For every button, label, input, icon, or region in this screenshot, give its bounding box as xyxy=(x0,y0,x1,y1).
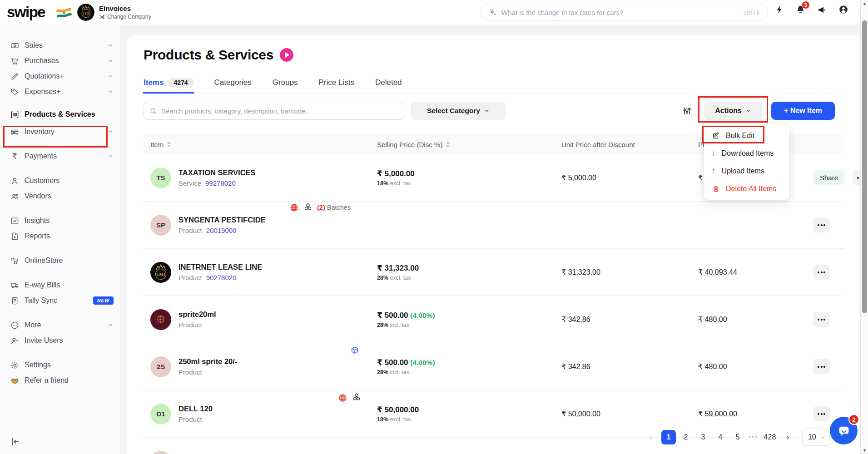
item-name: 250ml sprite 20/- xyxy=(179,357,237,366)
company-name: EInvoices xyxy=(99,5,151,12)
chevron-down-icon xyxy=(107,153,114,159)
sidebar-item-insights[interactable]: Insights xyxy=(0,213,120,228)
price-cell: ₹ 59,000.00 xyxy=(698,410,813,418)
avatar: TS xyxy=(150,168,171,188)
sidebar-item-purchases[interactable]: Purchases xyxy=(0,53,120,69)
sidebar-item-onlinestore[interactable]: OnlineStore xyxy=(0,253,120,268)
handshake-icon xyxy=(10,376,19,385)
change-company-button[interactable]: Change Company xyxy=(99,14,151,20)
new-item-button[interactable]: + New Item xyxy=(771,102,835,120)
sidebar-item-customers[interactable]: Customers xyxy=(0,173,120,188)
page-size-select[interactable]: 10 xyxy=(802,429,831,446)
unit-price-cell: ₹ 5,000.00 xyxy=(561,173,698,182)
unit-price-cell: ₹ 50,000.00 xyxy=(561,410,698,418)
row-menu-button[interactable] xyxy=(853,170,860,185)
more-icon xyxy=(10,321,19,330)
menu-item-download-items[interactable]: ↓Download Items xyxy=(704,144,789,162)
item-code[interactable]: 99278020 xyxy=(205,179,236,187)
scrollbar-thumb[interactable] xyxy=(862,20,867,313)
sidebar-item-refer-a-friend[interactable]: Refer a friend xyxy=(0,373,120,388)
report-icon xyxy=(10,232,19,241)
sidebar-item-tally-sync[interactable]: Tally SyncNEW xyxy=(0,293,120,308)
item-cell xyxy=(144,451,377,454)
sidebar-item-label: Vendors xyxy=(25,192,114,200)
table-row[interactable]: (2) BatchesSPSYNGENTA PESTIFCIDE Product… xyxy=(144,202,844,249)
item-code[interactable]: 20019000 xyxy=(206,227,237,234)
menu-item-upload-items[interactable]: ↑Upload Items xyxy=(704,162,789,180)
tab-price-lists[interactable]: Price Lists xyxy=(319,77,354,93)
sidebar-item-payments[interactable]: ₹Payments xyxy=(0,148,120,164)
sort-icon[interactable] xyxy=(167,141,171,148)
globe-icon xyxy=(338,393,347,403)
actions-button[interactable]: Actions xyxy=(704,102,762,120)
chevron-down-icon xyxy=(107,73,114,79)
tab-groups[interactable]: Groups xyxy=(273,77,298,93)
page-button-5[interactable]: 5 xyxy=(730,430,745,444)
sidebar-item-sales[interactable]: Sales xyxy=(0,38,120,53)
sidebar-item-label: Insights xyxy=(25,217,114,225)
sidebar-item-reports[interactable]: Reports xyxy=(0,228,120,244)
products-search-input[interactable] xyxy=(161,107,398,115)
products-search[interactable] xyxy=(144,102,404,120)
page-button-4[interactable]: 4 xyxy=(713,430,728,444)
row-menu-button[interactable] xyxy=(813,312,830,327)
table-row[interactable]: 2S250ml sprite 20/- Product₹ 500.00 (4.0… xyxy=(144,343,844,390)
global-search[interactable]: ctrl+k xyxy=(481,4,768,21)
swipe-logo: swipe xyxy=(7,4,45,21)
share-button[interactable]: Share xyxy=(813,170,845,185)
sidebar-item-e-way-bills[interactable]: E-way Bills xyxy=(0,277,120,293)
sidebar-item-invite-users[interactable]: Invite Users xyxy=(0,333,120,348)
menu-item-bulk-edit[interactable]: Bulk Edit xyxy=(704,127,789,144)
unit-price-cell: ₹ 342.86 xyxy=(561,362,698,371)
sidebar-item-more[interactable]: More xyxy=(0,317,120,333)
sidebar-item-label: Refer a friend xyxy=(25,376,114,385)
item-name: TAXATION SERVICES xyxy=(179,168,256,177)
sidebar-item-expenses[interactable]: Expenses+ xyxy=(0,84,120,99)
sidebar-item-settings[interactable]: Settings xyxy=(0,357,120,373)
item-name: SYNGENTA PESTIFCIDE xyxy=(179,216,266,224)
page-button-3[interactable]: 3 xyxy=(696,430,710,444)
scroll-down-icon[interactable]: ▼ xyxy=(861,448,868,453)
notifications-bell-icon[interactable]: 5 xyxy=(796,5,805,15)
people-icon xyxy=(10,192,19,201)
sidebar-item-vendors[interactable]: Vendors xyxy=(0,188,120,204)
tab-items[interactable]: Items4274 xyxy=(144,77,193,93)
menu-item-delete-all-items[interactable]: Delete All Items xyxy=(704,180,789,197)
column-header-item[interactable]: Item xyxy=(144,141,377,148)
page-button-1[interactable]: 1 xyxy=(661,430,676,444)
row-menu-button[interactable] xyxy=(813,406,830,421)
company-switcher[interactable]: LMJ EInvoices Change Company xyxy=(77,4,151,21)
row-menu-button[interactable] xyxy=(813,265,830,280)
tutorial-play-button[interactable] xyxy=(280,48,293,62)
row-menu-button[interactable] xyxy=(813,359,830,374)
tab-deleted[interactable]: Deleted xyxy=(375,77,402,93)
profile-icon[interactable] xyxy=(838,5,848,15)
pagination: ‹12345•••428›10 xyxy=(644,429,831,446)
select-category-button[interactable]: Select Category xyxy=(411,102,506,120)
page-ellipsis[interactable]: ••• xyxy=(749,434,759,440)
tab-categories[interactable]: Categories xyxy=(214,77,252,93)
sort-icon[interactable] xyxy=(446,141,450,148)
filter-sliders-icon[interactable] xyxy=(682,106,692,116)
page-button-2[interactable]: 2 xyxy=(679,430,693,444)
sidebar-item-quotations[interactable]: Quotations+ xyxy=(0,69,120,84)
next-page-button[interactable]: › xyxy=(780,430,795,444)
row-menu-button[interactable] xyxy=(813,217,830,232)
column-header-selling-price-disc[interactable]: Selling Price (Disc %) xyxy=(377,141,561,148)
prev-page-button[interactable]: ‹ xyxy=(644,430,659,444)
scroll-up-icon[interactable]: ▲ xyxy=(861,1,868,6)
page-button-last[interactable]: 428 xyxy=(762,430,778,444)
sidebar-item-inventory[interactable]: Inventory xyxy=(0,124,120,139)
global-search-input[interactable] xyxy=(501,9,739,16)
page-scrollbar[interactable]: ▲ ▼ xyxy=(860,0,868,454)
quick-actions-icon[interactable] xyxy=(775,5,784,15)
table-row[interactable]: LMJINETRNET LEASE LINE Product90278020₹ … xyxy=(144,249,844,296)
collapse-sidebar-icon[interactable] xyxy=(10,437,20,447)
table-row[interactable]: sprite20ml Product₹ 500.00 (4.00%)28% in… xyxy=(144,296,844,343)
sidebar-item-products-services[interactable]: Products & Services xyxy=(0,105,120,124)
main-area: Products & Services Items4274CategoriesG… xyxy=(120,25,860,454)
announcements-icon[interactable] xyxy=(817,5,827,15)
chat-widget-button[interactable]: 2 xyxy=(830,417,858,444)
item-code[interactable]: 90278020 xyxy=(206,274,237,281)
menu-item-label: Download Items xyxy=(722,149,774,158)
